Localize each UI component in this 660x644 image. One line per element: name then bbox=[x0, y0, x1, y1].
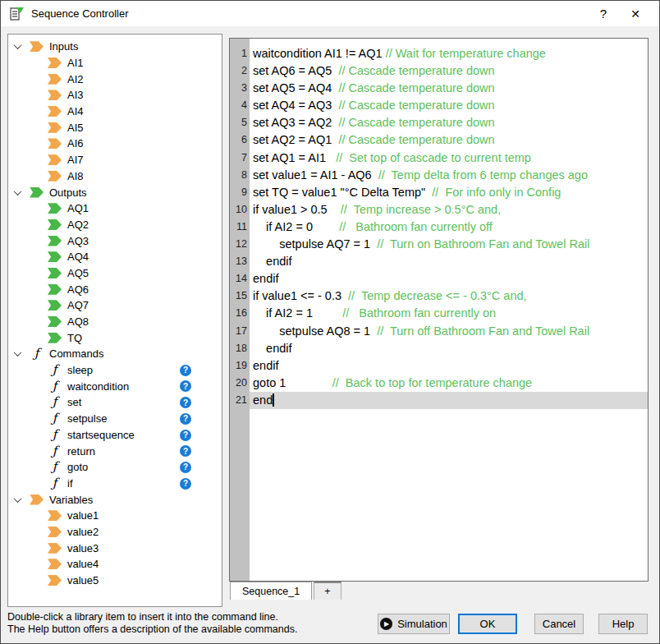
help-button[interactable]: Help bbox=[598, 614, 648, 634]
tree-item-ai8[interactable]: AI8 bbox=[8, 168, 222, 185]
tree-item-set[interactable]: ƒset? bbox=[8, 394, 222, 411]
tree-item-aq3[interactable]: AQ3 bbox=[8, 232, 222, 249]
command-help-icon[interactable]: ? bbox=[180, 445, 191, 457]
close-icon[interactable]: ✕ bbox=[619, 1, 652, 26]
code-line[interactable]: 8set value1 = AI1 - AQ6 // Temp delta fr… bbox=[230, 167, 648, 184]
line-number: 9 bbox=[230, 184, 247, 201]
code-line-text: set TQ = value1 "°C Delta Temp" // For i… bbox=[250, 184, 648, 201]
code-line[interactable]: 6set AQ2 = AQ1 // Cascade temperature do… bbox=[230, 131, 648, 149]
sequence-controller-window: Sequence Controller ? ✕ InputsAI1AI2AI3A… bbox=[0, 0, 660, 644]
code-line[interactable]: 2set AQ6 = AQ5 // Cascade temperature do… bbox=[230, 62, 648, 80]
code-line[interactable]: 13 endif bbox=[230, 253, 648, 270]
add-sequence-tab[interactable]: + bbox=[314, 582, 341, 600]
tree-item-setpulse[interactable]: ƒsetpulse? bbox=[8, 411, 222, 427]
code-line[interactable]: 12 setpulse AQ7 = 1 // Turn on Bathroom … bbox=[230, 236, 648, 253]
tree-item-ai6[interactable]: AI6 bbox=[8, 136, 222, 152]
tree-item-waitcondition[interactable]: ƒwaitcondition? bbox=[8, 378, 222, 394]
code-line[interactable]: 7set AQ1 = AI1 // Set top of cascade to … bbox=[230, 150, 648, 167]
tree-item-tq[interactable]: TQ bbox=[8, 329, 222, 346]
tree-item-ai4[interactable]: AI4 bbox=[8, 104, 222, 120]
code-line[interactable]: 5set AQ3 = AQ2 // Cascade temperature do… bbox=[230, 114, 648, 131]
code-line[interactable]: 14endif bbox=[230, 270, 648, 288]
status-hints: Double-click a library item to insert it… bbox=[7, 611, 297, 636]
command-help-icon[interactable]: ? bbox=[180, 365, 191, 376]
tree-section-commands[interactable]: ƒCommands bbox=[8, 346, 222, 362]
code-text: endif bbox=[253, 359, 278, 372]
tree-item-ai2[interactable]: AI2 bbox=[8, 71, 222, 87]
tree-item-aq2[interactable]: AQ2 bbox=[8, 217, 222, 233]
code-line[interactable]: 10if value1 > 0.5 // Temp increase > 0.5… bbox=[230, 201, 648, 218]
command-help-icon[interactable]: ? bbox=[180, 462, 191, 473]
command-help-icon[interactable]: ? bbox=[180, 380, 191, 392]
code-text: setpulse AQ7 = 1 bbox=[253, 237, 377, 251]
tree-item-value5[interactable]: value5 bbox=[8, 573, 222, 589]
tree-item-value2[interactable]: value2 bbox=[8, 524, 222, 540]
tree-item-if[interactable]: ƒif? bbox=[8, 476, 222, 492]
tree-section-inputs[interactable]: Inputs bbox=[8, 39, 222, 55]
tree-item-aq7[interactable]: AQ7 bbox=[8, 297, 222, 314]
tree-item-sleep[interactable]: ƒsleep? bbox=[8, 362, 222, 379]
code-line[interactable]: 19endif bbox=[230, 357, 648, 375]
tree-item-value3[interactable]: value3 bbox=[8, 540, 222, 556]
code-line[interactable]: 16 if AI2 = 1 // Bathroom fan currently … bbox=[230, 305, 648, 322]
tree-section-variables[interactable]: Variables bbox=[8, 491, 222, 508]
code-line[interactable]: 20goto 1 // Back to top for temperature … bbox=[230, 375, 648, 392]
simulation-button[interactable]: ▶ Simulation bbox=[378, 614, 450, 634]
code-comment: // Back to top for temperature change bbox=[332, 376, 532, 389]
code-line-text: if AI2 = 0 // Bathroom fan currently off bbox=[250, 218, 648, 236]
chevron-down-icon bbox=[14, 349, 22, 357]
tree-item-value1[interactable]: value1 bbox=[8, 508, 222, 524]
tree-item-ai5[interactable]: AI5 bbox=[8, 119, 222, 136]
command-help-icon[interactable]: ? bbox=[180, 397, 191, 408]
code-line-text: endif bbox=[250, 253, 648, 270]
tree-item-label: if bbox=[67, 477, 73, 490]
code-line[interactable]: 1waitcondition AI1 != AQ1 // Wait for te… bbox=[230, 45, 648, 62]
command-help-icon[interactable]: ? bbox=[180, 413, 191, 425]
titlebar-help-button[interactable]: ? bbox=[589, 1, 617, 26]
tree-item-aq8[interactable]: AQ8 bbox=[8, 314, 222, 330]
cancel-button[interactable]: Cancel bbox=[534, 614, 584, 634]
code-line-text: setpulse AQ8 = 1 // Turn off Bathroom Fa… bbox=[250, 323, 648, 340]
code-line[interactable]: 4set AQ4 = AQ3 // Cascade temperature do… bbox=[230, 97, 648, 114]
tree-item-ai3[interactable]: AI3 bbox=[8, 87, 222, 104]
tab-sequence-1[interactable]: Sequence_1 bbox=[230, 582, 312, 600]
tree-section-outputs[interactable]: Outputs bbox=[8, 184, 222, 200]
tree-item-ai7[interactable]: AI7 bbox=[8, 152, 222, 168]
tree-item-aq6[interactable]: AQ6 bbox=[8, 281, 222, 297]
code-line-text: goto 1 // Back to top for temperature ch… bbox=[250, 375, 648, 392]
tree-item-value4[interactable]: value4 bbox=[8, 556, 222, 573]
code-comment: // Temp decrease <= - 0.3°C and, bbox=[348, 289, 527, 302]
code-line[interactable]: 3set AQ5 = AQ4 // Cascade temperature do… bbox=[230, 80, 648, 97]
line-number: 16 bbox=[230, 305, 247, 322]
code-line[interactable]: 15if value1 <= - 0.3 // Temp decrease <=… bbox=[230, 288, 648, 305]
code-comment: // Bathroom fan currently off bbox=[339, 220, 493, 233]
play-icon: ▶ bbox=[380, 618, 392, 630]
tree-item-goto[interactable]: ƒgoto? bbox=[8, 459, 222, 476]
code-line[interactable]: 21end bbox=[230, 392, 648, 409]
command-help-icon[interactable]: ? bbox=[180, 478, 191, 490]
function-icon: ƒ bbox=[48, 462, 62, 472]
tree-item-label: value3 bbox=[67, 542, 99, 554]
tree-item-label: AI8 bbox=[67, 170, 84, 182]
code-line[interactable]: 18 endif bbox=[230, 340, 648, 357]
tree-item-startsequence[interactable]: ƒstartsequence? bbox=[8, 427, 222, 444]
tree-item-aq5[interactable]: AQ5 bbox=[8, 265, 222, 282]
tree-item-aq1[interactable]: AQ1 bbox=[8, 200, 222, 217]
code-line[interactable]: 9set TQ = value1 "°C Delta Temp" // For … bbox=[230, 184, 648, 201]
ok-button[interactable]: OK bbox=[458, 614, 517, 634]
tree-item-return[interactable]: ƒreturn? bbox=[8, 443, 222, 459]
code-line[interactable]: 11 if AI2 = 0 // Bathroom fan currently … bbox=[230, 218, 648, 236]
tree-item-aq4[interactable]: AQ4 bbox=[8, 249, 222, 265]
code-line[interactable]: 17 setpulse AQ8 = 1 // Turn off Bathroom… bbox=[230, 323, 648, 340]
green-flag-icon bbox=[48, 316, 62, 327]
command-help-icon[interactable]: ? bbox=[180, 430, 191, 441]
tree-item-label: AQ3 bbox=[67, 235, 89, 247]
code-line-text: endif bbox=[250, 340, 648, 357]
code-comment: // Temp increase > 0.5°C and, bbox=[341, 203, 501, 216]
tree-item-ai1[interactable]: AI1 bbox=[8, 55, 222, 71]
tree-item-label: AI5 bbox=[67, 122, 84, 134]
code-text: set AQ5 = AQ4 bbox=[253, 81, 338, 94]
line-number: 10 bbox=[230, 201, 247, 218]
code-text: if value1 > 0.5 bbox=[253, 203, 341, 216]
code-editor[interactable]: 1waitcondition AI1 != AQ1 // Wait for te… bbox=[229, 38, 649, 582]
